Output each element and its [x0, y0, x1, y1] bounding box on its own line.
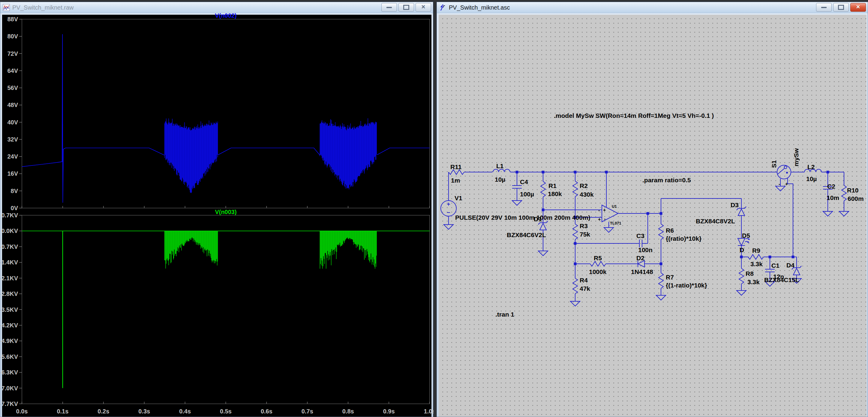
close-icon: ×: [856, 4, 860, 10]
component-c2[interactable]: C2 10m: [823, 183, 839, 201]
component-value: 10µ: [806, 175, 817, 182]
component-ref: D4: [786, 262, 795, 269]
component-r7[interactable]: R7 {(1-ratio)*10k}: [658, 273, 707, 289]
component-value: BZX84C8V2L: [696, 218, 735, 224]
component-value: {(ratio)*10k}: [666, 235, 702, 242]
component-u1-opamp[interactable]: U1 TL071 - + + -: [598, 204, 621, 225]
y-axis-label: 64V: [7, 67, 18, 74]
y-axis-label: 40V: [7, 119, 18, 126]
minimize-button[interactable]: [816, 3, 832, 12]
y-axis-label: 56V: [7, 84, 18, 91]
component-l1[interactable]: L1 10µ: [493, 163, 510, 183]
y-axis-label: 72V: [7, 50, 18, 57]
minimize-icon: [821, 7, 827, 8]
y-axis-label: -4.2KV: [0, 322, 18, 328]
component-d2[interactable]: D2 1N4148: [631, 254, 653, 275]
component-r1[interactable]: R1 180k: [541, 181, 562, 197]
component-ref: R1: [549, 182, 557, 189]
component-ref: C4: [520, 178, 528, 185]
x-axis-label: 0.8s: [342, 408, 354, 415]
component-ref: C2: [827, 183, 835, 190]
component-ref: R4: [580, 277, 588, 284]
switch-minus-mark: -: [779, 181, 780, 186]
y-axis-label: -2.8KV: [0, 290, 18, 297]
maximize-icon: [838, 5, 844, 10]
y-axis-label: 0V: [11, 205, 18, 211]
component-r8[interactable]: R8 3.3k: [739, 268, 760, 285]
component-ref: D1: [534, 215, 542, 222]
y-axis-label: 8V: [11, 188, 18, 194]
trace-label-vn003[interactable]: V(n003): [215, 209, 237, 215]
component-ref: R3: [580, 222, 588, 229]
directive-tran[interactable]: .tran 1: [495, 311, 514, 318]
component-r2[interactable]: R2 430k: [573, 181, 594, 198]
component-s1-switch[interactable]: S1 mySw - +: [771, 148, 800, 186]
x-axis-label: 0.3s: [138, 408, 150, 415]
schematic-canvas[interactable]: R11 1m L1 10µ C4 100µ V1 PULSE(2: [439, 15, 867, 417]
component-d3[interactable]: D3 BZX84C8V2L: [696, 202, 746, 224]
component-ref: D2: [637, 254, 645, 262]
component-value: 100n: [638, 246, 653, 253]
directive-model[interactable]: .model MySw SW(Ron=14m Roff=1Meg Vt=5 Vh…: [554, 112, 714, 119]
component-value: 3.3k: [750, 260, 763, 268]
close-button[interactable]: ×: [850, 3, 866, 12]
opamp-plus-mark: +: [603, 207, 606, 213]
component-value: 430k: [580, 191, 594, 198]
y-axis-label: -3.5KV: [0, 306, 18, 313]
y-axis-label: -6.3KV: [0, 369, 18, 376]
component-r11[interactable]: R11 1m: [448, 163, 464, 184]
component-ref: S1: [771, 160, 777, 168]
component-value: 1m: [451, 177, 460, 184]
switch-plus-mark: +: [785, 181, 788, 186]
component-r5[interactable]: R5 1000k: [589, 254, 607, 275]
y-axis-label: 0.0KV: [1, 228, 18, 234]
x-axis-label: 0.2s: [97, 408, 109, 415]
component-c3[interactable]: C3 100n: [637, 232, 653, 253]
pane1-border: [22, 19, 430, 208]
component-ref: R2: [580, 182, 588, 189]
x-axis-label: 0.9s: [383, 408, 395, 415]
component-value: D: [740, 246, 744, 253]
y-axis-label: 32V: [7, 136, 18, 143]
component-r6[interactable]: R6 {(ratio)*10k}: [658, 224, 702, 242]
component-value: BZX84C6V2L: [507, 232, 546, 238]
trace-label-vn002[interactable]: V(n002): [215, 12, 237, 19]
desktop: PV_Switch_miknet.raw × 88V80V72V64V56V48…: [0, 0, 868, 417]
component-value: BZX84C15L: [764, 276, 799, 283]
component-d5[interactable]: D5 D: [738, 232, 750, 253]
component-l2[interactable]: L2 10µ: [804, 163, 822, 182]
component-r3[interactable]: R3 75k: [573, 222, 590, 240]
trace-vn003-burst: [165, 231, 218, 268]
component-value: 180k: [548, 190, 562, 197]
component-ref: L1: [496, 163, 504, 169]
y-axis-label: -7.0KV: [0, 385, 18, 391]
component-value: mySw: [793, 148, 800, 166]
component-c4[interactable]: C4 100µ: [512, 178, 534, 198]
x-axis-label: 0.4s: [179, 408, 191, 415]
y-axis-label: -4.9KV: [0, 338, 18, 344]
x-axis-label: 0.7s: [302, 408, 313, 415]
component-value: 1N4148: [631, 268, 653, 275]
component-value: {(1-ratio)*10k}: [666, 282, 707, 289]
trace-vn002: [377, 148, 430, 155]
maximize-button[interactable]: [833, 3, 849, 12]
opamp-inverting-mark: -: [598, 208, 600, 213]
y-axis-label: 16V: [7, 170, 18, 177]
directive-param[interactable]: .param ratio=0.5: [642, 177, 691, 183]
y-axis-label: 88V: [7, 16, 18, 23]
y-axis-label: 80V: [7, 33, 18, 40]
component-r10[interactable]: R10 600m: [842, 185, 864, 202]
trace-vn002: [22, 34, 165, 203]
component-r9[interactable]: R9 3.3k: [748, 247, 764, 268]
y-axis-label: -7.7KV: [0, 401, 18, 407]
component-ref: V1: [455, 195, 462, 202]
component-value: 1000k: [589, 268, 607, 275]
component-r4[interactable]: R4 47k: [573, 277, 590, 294]
schematic-window-title: PV_Switch_miknet.asc: [449, 4, 510, 11]
trace-vn003-burst: [320, 231, 376, 269]
component-v1[interactable]: V1 PULSE(20V 29V 10m 100m 100m 200m 400m…: [441, 195, 590, 221]
component-value: 600m: [847, 195, 864, 202]
component-ref: D5: [742, 232, 750, 239]
x-axis-label: 0.1s: [57, 408, 68, 415]
schematic-titlebar[interactable]: PV_Switch_miknet.asc ×: [437, 2, 868, 13]
